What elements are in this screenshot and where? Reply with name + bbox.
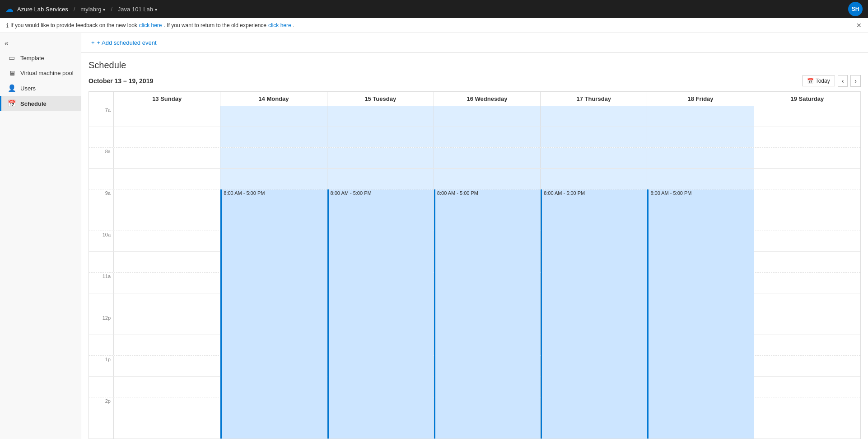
sidebar-label-template: Template (20, 55, 44, 61)
day-cell[interactable] (754, 356, 860, 376)
sidebar-label-schedule: Schedule (20, 100, 47, 107)
day-cell[interactable] (541, 169, 647, 189)
feedback-link1[interactable]: click here (139, 22, 162, 28)
day-cell[interactable] (434, 148, 541, 168)
time-label: 12p (89, 314, 114, 335)
day-cell[interactable] (114, 231, 220, 251)
day-cell[interactable] (754, 418, 860, 439)
day-cell[interactable] (754, 148, 860, 168)
feedback-link2[interactable]: click here (268, 22, 291, 28)
toolbar: + + Add scheduled event (81, 33, 868, 53)
day-cell[interactable]: 8:00 AM - 5:00 PM (434, 189, 541, 210)
next-week-button[interactable]: › (850, 75, 861, 87)
day-header-13: 13 Sunday (114, 92, 220, 106)
day-cell[interactable] (114, 273, 220, 293)
nav-mylab[interactable]: mylabrg ▾ (80, 6, 105, 13)
calendar-grid: 13 Sunday 14 Monday 15 Tuesday 16 Wednes… (89, 92, 860, 439)
template-icon: ▭ (8, 54, 16, 62)
day-cell[interactable] (754, 293, 860, 314)
day-cell[interactable] (754, 335, 860, 355)
day-cell[interactable] (327, 169, 434, 189)
time-row: 9a8:00 AM - 5:00 PM8:00 AM - 5:00 PM8:00… (89, 189, 860, 210)
day-cell[interactable] (541, 127, 647, 147)
day-cell[interactable] (114, 418, 220, 439)
day-cell[interactable] (327, 148, 434, 168)
day-cell[interactable] (114, 127, 220, 147)
users-icon: 👤 (8, 84, 16, 92)
add-scheduled-event-button[interactable]: + + Add scheduled event (89, 38, 159, 48)
schedule-area: Schedule October 13 – 19, 2019 📅 Today ‹… (81, 53, 868, 439)
day-cell[interactable] (541, 148, 647, 168)
day-cell[interactable] (754, 231, 860, 251)
sidebar-collapse-button[interactable]: « (0, 37, 81, 50)
day-cell[interactable] (220, 169, 327, 189)
day-cell[interactable]: 8:00 AM - 5:00 PM (647, 189, 754, 210)
day-cell[interactable] (114, 210, 220, 231)
time-label: 10a (89, 231, 114, 251)
day-cell[interactable] (114, 335, 220, 355)
day-header-14: 14 Monday (220, 92, 327, 106)
day-cell[interactable] (434, 127, 541, 147)
calendar-wrapper[interactable]: 13 Sunday 14 Monday 15 Tuesday 16 Wednes… (89, 91, 861, 439)
day-cell[interactable] (114, 189, 220, 210)
day-cell[interactable] (754, 314, 860, 335)
day-cell[interactable] (754, 252, 860, 272)
day-cell[interactable] (754, 377, 860, 397)
day-cell[interactable]: 8:00 AM - 5:00 PM (541, 189, 647, 210)
day-cell[interactable] (114, 356, 220, 376)
day-cell[interactable] (754, 397, 860, 418)
event-block[interactable]: 8:00 AM - 5:00 PM (647, 189, 753, 439)
day-cell[interactable] (754, 273, 860, 293)
nav-lab[interactable]: Java 101 Lab ▾ (118, 6, 157, 13)
day-cell[interactable] (647, 169, 754, 189)
day-cell[interactable] (541, 106, 647, 127)
sidebar-item-schedule[interactable]: 📅 Schedule (0, 96, 81, 111)
day-cell[interactable] (114, 169, 220, 189)
day-cell[interactable] (754, 169, 860, 189)
sidebar-item-users[interactable]: 👤 Users (0, 80, 81, 96)
day-cell[interactable] (114, 148, 220, 168)
day-cell[interactable] (754, 210, 860, 231)
day-cell[interactable] (220, 106, 327, 127)
day-cell[interactable] (754, 189, 860, 210)
day-header-16: 16 Wednesday (434, 92, 541, 106)
sidebar-item-template[interactable]: ▭ Template (0, 50, 81, 66)
day-cell[interactable] (434, 169, 541, 189)
time-rows: 7a8a9a8:00 AM - 5:00 PM8:00 AM - 5:00 PM… (89, 106, 860, 439)
day-cell[interactable] (220, 148, 327, 168)
schedule-icon: 📅 (8, 99, 16, 108)
event-block[interactable]: 8:00 AM - 5:00 PM (541, 189, 647, 439)
day-cell[interactable] (114, 397, 220, 418)
avatar[interactable]: SH (848, 2, 863, 16)
day-cell[interactable] (434, 106, 541, 127)
today-button[interactable]: 📅 Today (802, 76, 835, 86)
day-cell[interactable] (327, 106, 434, 127)
day-cell[interactable]: 8:00 AM - 5:00 PM (220, 189, 327, 210)
feedback-close[interactable]: ✕ (856, 22, 862, 29)
time-label (89, 418, 114, 439)
day-cell[interactable] (114, 314, 220, 335)
event-block[interactable]: 8:00 AM - 5:00 PM (327, 189, 434, 439)
content-area: + + Add scheduled event Schedule October… (81, 33, 868, 439)
day-cell[interactable] (220, 127, 327, 147)
prev-week-button[interactable]: ‹ (838, 75, 848, 87)
time-row: 7a (89, 106, 860, 127)
day-cell[interactable] (647, 148, 754, 168)
day-cell[interactable] (114, 106, 220, 127)
event-block[interactable]: 8:00 AM - 5:00 PM (434, 189, 540, 439)
day-cell[interactable] (114, 293, 220, 314)
sidebar-item-vm-pool[interactable]: 🖥 Virtual machine pool (0, 66, 81, 80)
time-label (89, 169, 114, 189)
time-label (89, 210, 114, 231)
day-cell[interactable] (754, 106, 860, 127)
day-cell[interactable] (114, 377, 220, 397)
time-label (89, 127, 114, 147)
day-cell[interactable] (647, 127, 754, 147)
event-block[interactable]: 8:00 AM - 5:00 PM (220, 189, 327, 439)
day-cell[interactable] (114, 252, 220, 272)
day-cell[interactable] (327, 127, 434, 147)
day-cell[interactable] (754, 127, 860, 147)
day-cell[interactable]: 8:00 AM - 5:00 PM (327, 189, 434, 210)
day-cell[interactable] (647, 106, 754, 127)
feedback-text2: . If you want to return to the old exper… (164, 22, 266, 28)
